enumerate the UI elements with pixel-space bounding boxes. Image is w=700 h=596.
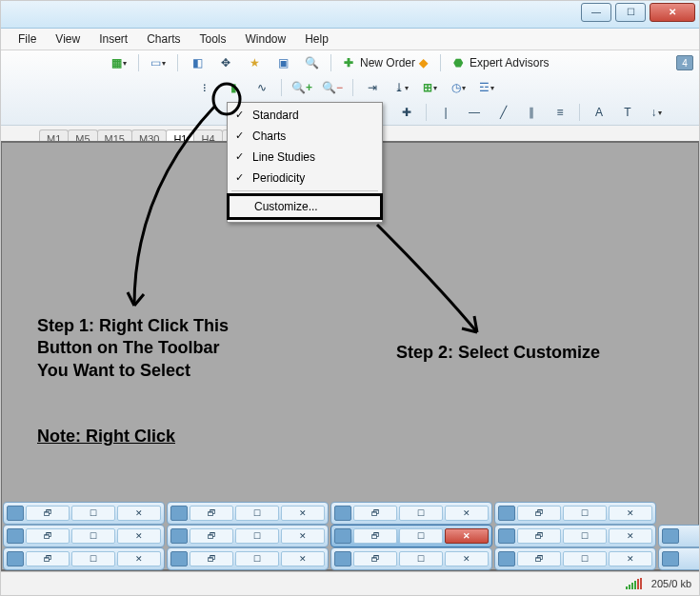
window-tab[interactable]	[658, 525, 700, 547]
ctx-item-standard[interactable]: ✓Standard	[228, 105, 382, 126]
ctx-item-periodicity[interactable]: ✓Periodicity	[228, 168, 382, 189]
horizontal-line-button[interactable]: —	[461, 102, 488, 123]
window-minimize-button[interactable]: —	[581, 3, 611, 22]
window-tab[interactable]: 🗗 ☐ ✕	[330, 502, 492, 525]
ctx-item-line-studies[interactable]: ✓Line Studies	[228, 147, 382, 168]
annotation-line: Button on The Toolbar	[37, 337, 229, 359]
restore-icon: 🗗	[353, 551, 397, 566]
annotation-note: Note: Right Click	[37, 426, 175, 447]
annotation-line: Step 1: Right Click This	[37, 315, 229, 337]
check-icon: ✓	[235, 150, 244, 163]
window-tabs-row: 🗗☐✕ 🗗☐✕ 🗗☐✕ 🗗☐✕	[1, 547, 699, 570]
alert-icon: ◆	[419, 57, 428, 69]
chart-icon	[7, 528, 24, 544]
window-tab[interactable]	[658, 547, 700, 570]
alerts-counter[interactable]: 4	[676, 55, 693, 70]
restore-icon: 🗗	[26, 528, 70, 544]
bar-chart-button[interactable]: ⫶	[191, 77, 218, 98]
navigator-button[interactable]: ✥	[212, 52, 239, 73]
auto-scroll-button[interactable]: ⇥	[359, 77, 386, 98]
maximize-icon: ☐	[399, 528, 443, 544]
toolbar-separator	[426, 104, 427, 121]
data-window-button[interactable]: ★	[241, 52, 268, 73]
window-tab[interactable]: 🗗 ☐ ✕	[167, 502, 329, 525]
terminal-button[interactable]: ▣	[270, 52, 296, 73]
status-transfer: 205/0 kb	[651, 578, 691, 589]
chart-icon	[170, 551, 188, 566]
window-tab[interactable]: 🗗☐✕	[167, 547, 329, 570]
chart-icon	[7, 551, 24, 566]
zoom-out-button[interactable]: 🔍−	[318, 77, 347, 98]
ctx-item-customize[interactable]: Customize...	[230, 196, 380, 217]
toolbar-separator	[330, 54, 331, 71]
restore-icon: 🗗	[190, 506, 233, 521]
window-tab[interactable]: 🗗 ☐ ✕	[494, 502, 656, 525]
close-icon: ✕	[117, 551, 161, 566]
chart-shift-button[interactable]: ⤓▾	[388, 77, 414, 98]
maximize-icon: ☐	[71, 551, 115, 566]
menu-tools[interactable]: Tools	[190, 30, 236, 48]
trendline-button[interactable]: ╱	[490, 102, 516, 123]
close-icon: ✕	[609, 551, 652, 566]
window-maximize-button[interactable]: ☐	[615, 3, 646, 22]
ctx-separator	[231, 190, 378, 191]
window-tab[interactable]: 🗗☐✕	[3, 547, 165, 570]
plus-icon: ✚	[344, 57, 353, 69]
window-tabs-row: 🗗 ☐ ✕ 🗗 ☐ ✕ 🗗 ☐ ✕ 🗗 ☐ ✕	[1, 502, 699, 525]
menu-window[interactable]: Window	[236, 30, 296, 48]
annotation-step2: Step 2: Select Customize	[396, 342, 600, 364]
chart-icon	[662, 551, 679, 566]
chart-icon	[334, 528, 351, 544]
menu-view[interactable]: View	[46, 30, 90, 48]
window-tab[interactable]: 🗗☐✕	[494, 525, 656, 547]
check-icon: ✓	[235, 171, 244, 184]
profiles-button[interactable]: ▭▾	[145, 52, 171, 73]
periodicity-button[interactable]: ◷▾	[445, 77, 471, 98]
fibonacci-button[interactable]: ≡	[547, 102, 573, 123]
text-label-button[interactable]: T	[614, 102, 641, 123]
window-close-button[interactable]: ✕	[650, 3, 695, 22]
window-tab-active[interactable]: 🗗☐✕	[330, 525, 492, 547]
toolbar-context-menu: ✓Standard ✓Charts ✓Line Studies ✓Periodi…	[227, 102, 383, 223]
candlesticks-button[interactable]: ▮	[220, 77, 247, 98]
status-bar: 205/0 kb	[1, 571, 699, 595]
menu-insert[interactable]: Insert	[90, 30, 137, 48]
chart-icon	[498, 506, 515, 521]
templates-button[interactable]: ☲▾	[473, 77, 500, 98]
line-chart-button[interactable]: ∿	[249, 77, 275, 98]
window-tab[interactable]: 🗗☐✕	[3, 525, 165, 547]
toolbar-separator	[579, 104, 580, 121]
restore-icon: 🗗	[190, 528, 233, 544]
strategy-tester-button[interactable]: 🔍	[298, 52, 325, 73]
annotation-line: You Want to Select	[37, 360, 229, 382]
new-order-button[interactable]: ✚ New Order ◆	[337, 52, 434, 73]
ctx-item-charts[interactable]: ✓Charts	[228, 126, 382, 147]
chart-icon	[662, 528, 679, 544]
window-tab[interactable]: 🗗☐✕	[167, 525, 329, 547]
expert-advisors-button[interactable]: ⬣ Expert Advisors	[447, 52, 555, 73]
indicators-button[interactable]: ⊞▾	[416, 77, 443, 98]
menu-file[interactable]: File	[9, 30, 46, 48]
maximize-icon: ☐	[399, 506, 443, 521]
menu-help[interactable]: Help	[295, 30, 338, 48]
window-tab[interactable]: 🗗 ☐ ✕	[3, 502, 165, 525]
zoom-in-button[interactable]: 🔍+	[288, 77, 316, 98]
text-tool-button[interactable]: A	[586, 102, 612, 123]
annotation-step1: Step 1: Right Click This Button on The T…	[37, 315, 229, 382]
chart-icon	[170, 528, 188, 544]
new-chart-button[interactable]: ▦▾	[106, 52, 132, 73]
ctx-label: Line Studies	[252, 150, 315, 164]
vertical-line-button[interactable]: |	[432, 102, 459, 123]
objects-menu-button[interactable]: ↓▾	[643, 102, 670, 123]
ctx-highlight: Customize...	[227, 193, 383, 220]
menu-charts[interactable]: Charts	[137, 30, 190, 48]
chart-icon	[334, 506, 351, 521]
channel-button[interactable]: ∥	[518, 102, 545, 123]
toolbar-separator	[138, 54, 139, 71]
market-watch-button[interactable]: ◧	[184, 52, 210, 73]
window-tab[interactable]: 🗗☐✕	[330, 547, 492, 570]
chart-icon	[334, 551, 351, 566]
window-tab[interactable]: 🗗☐✕	[494, 547, 656, 570]
close-icon: ✕	[445, 528, 489, 544]
crosshair-button[interactable]: ✚	[393, 102, 420, 123]
